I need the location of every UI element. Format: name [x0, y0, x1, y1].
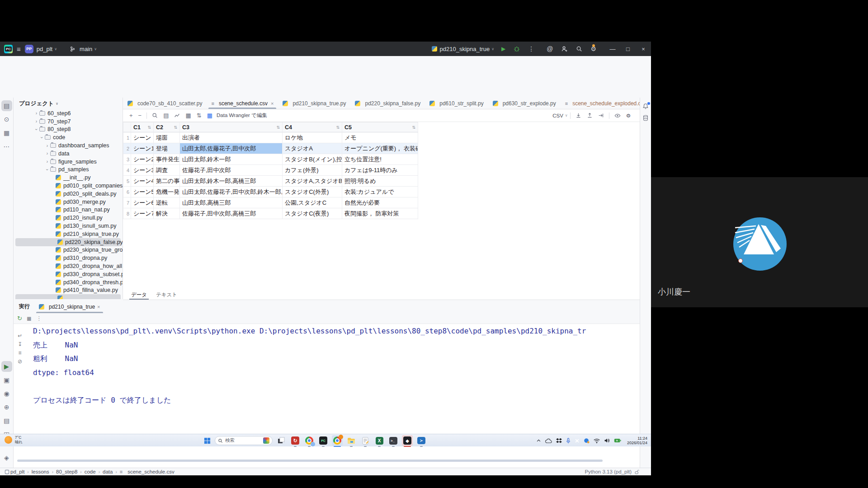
table-cell[interactable]: シーン3 — [131, 165, 154, 176]
breadcrumb-item[interactable]: 80_step8 — [56, 469, 77, 474]
view-tab-text[interactable]: テキスト — [151, 290, 182, 300]
search-icon[interactable] — [152, 113, 158, 118]
dark-app-icon[interactable]: ◆ — [402, 435, 413, 446]
chrome-active-icon[interactable] — [332, 435, 343, 446]
window-switcher-icon[interactable] — [276, 435, 287, 446]
database-icon[interactable] — [642, 115, 649, 121]
lock-icon[interactable] — [634, 469, 639, 474]
structure-icon[interactable]: ▦ — [1, 127, 12, 138]
chrome-cloud-icon[interactable] — [304, 435, 315, 446]
maximize-button[interactable]: □ — [620, 42, 636, 56]
table-cell[interactable]: 危機一発 — [154, 187, 180, 197]
column-header[interactable]: C4⇅ — [283, 122, 342, 132]
run-button[interactable]: ▶ — [501, 46, 505, 52]
breadcrumb-item[interactable]: scene_schedule.csv — [127, 469, 175, 474]
sort-icon[interactable]: ⇅ — [412, 125, 415, 130]
sort-icon[interactable]: ⇅ — [197, 112, 202, 119]
console-print-icon[interactable]: ≡ — [18, 350, 21, 356]
format-select[interactable]: CSV — [552, 113, 563, 118]
view-options-eye-icon[interactable] — [614, 113, 621, 119]
tree-chevron-icon[interactable]: › — [33, 119, 39, 124]
tree-chevron-icon[interactable]: › — [44, 151, 50, 156]
breadcrumb-item[interactable]: data — [103, 469, 113, 474]
table-cell[interactable]: 解決 — [154, 208, 180, 219]
explorer-icon[interactable] — [346, 435, 357, 446]
branch-name[interactable]: main — [80, 46, 92, 52]
tree-file-item[interactable]: pd120_isnull.py — [14, 214, 123, 222]
rerun-icon[interactable]: ↻ — [17, 315, 22, 322]
tree-file-item[interactable]: pd130_isnull_sum.py — [14, 222, 123, 230]
tree-file-item[interactable]: pd310_dropna.py — [14, 254, 123, 262]
table-cell[interactable]: 登場 — [154, 143, 180, 154]
more-actions-icon[interactable]: ⋮ — [528, 45, 534, 52]
x-app-icon[interactable] — [575, 438, 580, 443]
powershell-icon[interactable]: ≻ — [416, 435, 427, 446]
dropbox-icon[interactable] — [556, 438, 562, 443]
view-tab-data[interactable]: データ — [127, 290, 151, 300]
tree-chevron-icon[interactable]: › — [44, 143, 50, 148]
battery-icon[interactable] — [614, 438, 621, 443]
table-cell[interactable]: シーン1 — [131, 143, 154, 154]
run-config-name[interactable]: pd210_skipna_true — [440, 46, 490, 52]
tree-chevron-icon[interactable]: › — [44, 159, 50, 164]
tree-file-item[interactable]: pd410_fillna_value.py — [14, 286, 123, 295]
sort-icon[interactable]: ⇅ — [336, 125, 340, 130]
table-cell[interactable]: 山田太郎,佐藤花子,田中次郎,鈴木一郎, — [180, 187, 283, 197]
editor-tab[interactable]: pd610_str_split.py — [425, 98, 488, 109]
column-header[interactable]: C5⇅ — [342, 122, 418, 132]
terminal-icon[interactable]: >_ — [388, 435, 399, 446]
todo-icon[interactable]: ▤ — [1, 415, 12, 426]
run-icon[interactable]: ▶ — [1, 361, 12, 372]
tree-folder-item[interactable]: ›70_step7 — [14, 117, 123, 126]
table-cell[interactable]: 第二の事件 — [154, 176, 180, 187]
console-more-icon[interactable]: ⋮ — [36, 315, 42, 322]
table-cell[interactable]: 事件発生 — [154, 154, 180, 165]
table-cell[interactable]: 佐藤花子,田中次郎 — [180, 165, 283, 176]
tree-file-item[interactable]: pd030_merge.py — [14, 198, 123, 206]
microphone-icon[interactable] — [566, 438, 571, 444]
export-icon[interactable] — [587, 113, 593, 118]
table-cell[interactable]: カフェは9-11時のみ — [342, 165, 418, 176]
table-cell[interactable]: 夜間撮影， 防寒対策 — [342, 208, 418, 219]
tree-folder-item[interactable]: ›80_step8 — [14, 126, 123, 134]
table-cell[interactable]: 衣装:カジュアルで — [342, 187, 418, 197]
table-cell[interactable]: 山田太郎,高橋三郎 — [180, 197, 283, 208]
table-cell[interactable]: スタジオA,スタジオB — [283, 176, 342, 187]
breadcrumb-item[interactable]: pd_plt — [10, 469, 24, 474]
remove-row-button[interactable]: − — [138, 112, 142, 119]
editor-tab[interactable]: pd220_skipna_false.py — [350, 98, 425, 109]
tree-folder-item[interactable]: ›figure_samples — [14, 158, 123, 166]
tree-chevron-icon[interactable]: › — [33, 111, 39, 116]
editor-tab[interactable]: ≡scene_schedule.csv× — [207, 98, 278, 109]
pycharm-logo-icon[interactable]: PC — [4, 45, 13, 53]
table-cell[interactable]: オープニング(重要)， 衣装確 — [342, 143, 418, 154]
sort-icon[interactable]: ⇅ — [174, 125, 177, 130]
table-cell[interactable]: 自然光が必要 — [342, 197, 418, 208]
table-cell[interactable]: スタジオC(夜景) — [283, 208, 342, 219]
search-everywhere-icon[interactable] — [576, 46, 582, 52]
tree-file-item[interactable]: pd010_split_companies.py — [14, 182, 123, 190]
ai-assistant-icon[interactable]: @ — [547, 45, 553, 52]
weather-widget[interactable]: 7°C 晴れ — [5, 435, 23, 444]
console-clear-console-icon[interactable]: ⊘ — [18, 358, 22, 365]
debug-button[interactable] — [514, 46, 520, 52]
console-horizontal-scrollbar[interactable] — [17, 460, 603, 462]
python-packages-icon[interactable]: ◉ — [1, 388, 12, 399]
project-panel-title[interactable]: プロジェクト — [19, 100, 54, 108]
table-options-icon[interactable]: ▦ — [185, 112, 191, 119]
tree-chevron-icon[interactable]: › — [34, 127, 39, 132]
commit-icon[interactable]: ⊙ — [1, 114, 12, 125]
table-cell[interactable]: 山田太郎,鈴木一郎,高橋三郎 — [180, 176, 283, 187]
sort-icon[interactable]: ⇅ — [276, 125, 280, 130]
tree-file-item[interactable]: pd320_dropna_how_all.py — [14, 262, 123, 270]
chevron-up-icon[interactable] — [536, 438, 541, 443]
services-icon[interactable]: ▣ — [1, 375, 12, 385]
table-cell[interactable]: 出演者 — [180, 132, 283, 143]
run-console-tab[interactable]: pd210_skipna_true × — [35, 300, 104, 313]
tree-chevron-icon[interactable]: › — [45, 167, 50, 173]
breadcrumb-item[interactable]: code — [85, 469, 96, 474]
table-cell[interactable]: シーン7 — [131, 208, 154, 219]
stop-icon[interactable]: ◼ — [27, 315, 32, 322]
table-cell[interactable]: シーン6 — [131, 197, 154, 208]
goto-row-icon[interactable] — [598, 113, 604, 118]
